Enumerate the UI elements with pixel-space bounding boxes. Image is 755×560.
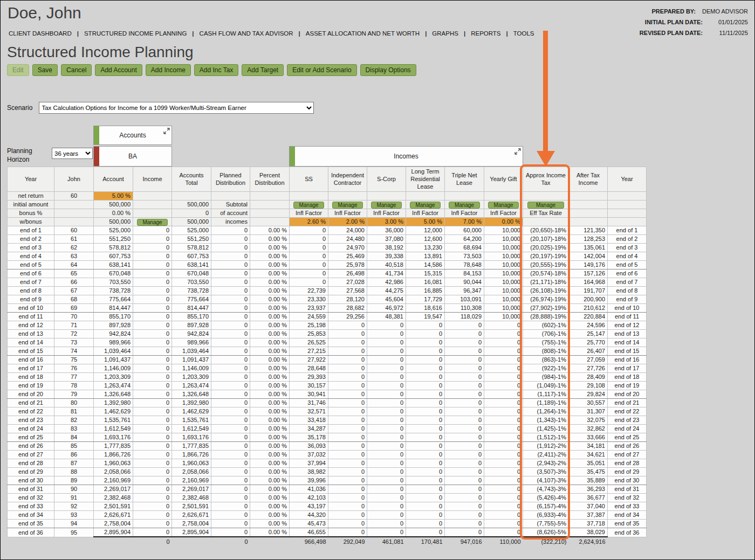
cell	[608, 209, 647, 218]
cell: 703,550	[94, 278, 133, 287]
year-label: end of 27	[8, 451, 54, 459]
cell: 0	[445, 494, 484, 502]
nav-item-tools[interactable]: TOOLS	[513, 30, 534, 37]
nav-item-cash-flow-and-tax-advisor[interactable]: CASH FLOW AND TAX ADVISOR	[200, 30, 293, 37]
cell: 0.00 %	[250, 511, 290, 520]
cell: 0	[328, 373, 367, 382]
nav-item-asset-allocation-and-net-worth[interactable]: ASSET ALLOCATION AND NET WORTH	[306, 30, 420, 37]
manage-button[interactable]: Manage	[410, 202, 440, 209]
cell	[54, 209, 94, 218]
year-label: end of 5	[8, 261, 54, 269]
manage-button[interactable]: Manage	[332, 202, 362, 209]
nav-item-client-dashboard[interactable]: CLIENT DASHBOARD	[9, 30, 72, 37]
cell: 1,263,474	[94, 382, 133, 390]
year-label: end of 3	[8, 244, 54, 252]
add-target-button[interactable]: Add Target	[242, 64, 284, 76]
cell: 0	[445, 520, 484, 528]
edit-button[interactable]: Edit	[7, 64, 29, 76]
cell: 28,682	[328, 304, 367, 313]
cell: 0	[367, 330, 406, 338]
cell: 1,326,648	[94, 390, 133, 399]
year-label: end of 24	[8, 425, 54, 433]
cell: 10,000	[484, 287, 523, 295]
cell: 24,559	[290, 313, 328, 321]
manage-button[interactable]: Manage	[137, 219, 167, 226]
add-income-button[interactable]: Add Income	[146, 64, 191, 76]
col-header-independent-contractor: Independent Contractor	[328, 167, 367, 192]
cell: 33,666	[569, 433, 608, 442]
cell: 35,889	[569, 476, 608, 485]
cell: 38,029	[569, 528, 608, 537]
infl-factor-label: Infl Factor	[406, 209, 445, 218]
manage-button[interactable]: Manage	[449, 202, 479, 209]
manage-button[interactable]: Manage	[371, 202, 401, 209]
cell: 670,048	[172, 269, 211, 278]
cell: 27,922	[290, 356, 328, 364]
cell: 0	[211, 399, 250, 407]
year-label-right: end of 26	[608, 442, 647, 451]
cell: 1,960,063	[172, 459, 211, 468]
cell: 0	[328, 347, 367, 356]
cell: 0	[211, 416, 250, 425]
cell: (2,943)-2%	[523, 459, 569, 468]
cell: 42,103	[290, 494, 328, 502]
total-cell: (322,210)	[523, 537, 569, 546]
cell: 0.00 %	[250, 416, 290, 425]
cell: 23,937	[290, 304, 328, 313]
year-label-right: end of 30	[608, 476, 647, 485]
cell: (1,343)-1%	[523, 416, 569, 425]
cell: 1,039,464	[172, 347, 211, 356]
cell: 0	[445, 364, 484, 373]
infl-factor-value: 0.00 %	[484, 218, 523, 226]
cell: 37,080	[367, 235, 406, 244]
infl-factor-label: Infl Factor	[484, 209, 523, 218]
cell: 25,198	[290, 321, 328, 330]
cell	[569, 201, 608, 209]
cell: 15,315	[406, 269, 445, 278]
cancel-button[interactable]: Cancel	[61, 64, 92, 76]
table-row: end of 23821,535,76101,535,76100.00 %33,…	[8, 416, 647, 425]
display-options-button[interactable]: Display Options	[360, 64, 416, 76]
edit-or-add-scenario-button[interactable]: Edit or Add Scenario	[287, 64, 356, 76]
cell: 0	[133, 321, 172, 330]
cell: 89	[54, 476, 94, 485]
table-row: end of 24831,612,54901,612,54900.00 %34,…	[8, 425, 647, 433]
save-button[interactable]: Save	[32, 64, 58, 76]
manage-button[interactable]: Manage	[527, 202, 564, 209]
cell: 0.00 %	[250, 269, 290, 278]
manage-button[interactable]: Manage	[293, 202, 324, 209]
cell: 0	[406, 356, 445, 364]
cell: (1,189)-1%	[523, 399, 569, 407]
expand-icon[interactable]	[163, 128, 170, 134]
cell: 68	[54, 295, 94, 304]
cell: 942,824	[172, 330, 211, 338]
table-row: end of 18771,203,30901,203,30900.00 %29,…	[8, 373, 647, 382]
cell: 2,895,904	[172, 528, 211, 537]
add-account-button[interactable]: Add Account	[95, 64, 142, 76]
year-label-right: end of 31	[608, 485, 647, 494]
cell: 0	[484, 494, 523, 502]
scenario-select[interactable]: Tax Calculation Options for Income for a…	[39, 102, 314, 114]
table-row: end of 1271897,9280897,92800.00 %25,1980…	[8, 321, 647, 330]
year-label: end of 11	[8, 313, 54, 321]
manage-button[interactable]: Manage	[488, 202, 518, 209]
add-inc-tax-button[interactable]: Add Inc Tax	[194, 64, 238, 76]
cell: 989,966	[172, 338, 211, 347]
cell: 607,753	[172, 252, 211, 261]
planning-horizon-select[interactable]: 36 years	[52, 148, 93, 159]
year-label: end of 2	[8, 235, 54, 244]
table-row: end of 160525,0000525,00000.00 %024,0003…	[8, 226, 647, 235]
cell: 0.00 %	[250, 520, 290, 528]
income-manage-cell: Manage	[328, 201, 367, 209]
nav-item-graphs[interactable]: GRAPHS	[432, 30, 458, 37]
expand-icon[interactable]	[514, 148, 521, 155]
revised-plan-date-label: REVISED PLAN DATE:	[640, 30, 703, 36]
year-label-right: end of 8	[608, 287, 647, 295]
nav-item-structured-income-planning[interactable]: STRUCTURED INCOME PLANNING	[84, 30, 187, 37]
nav-item-reports[interactable]: REPORTS	[471, 30, 500, 37]
income-manage-cell: Manage	[367, 201, 406, 209]
year-label: end of 25	[8, 433, 54, 442]
cell: 41,734	[367, 269, 406, 278]
table-wrap: YearJohnAccountIncomeAccounts TotalPlann…	[7, 167, 647, 546]
cell: 0.00 %	[250, 468, 290, 476]
